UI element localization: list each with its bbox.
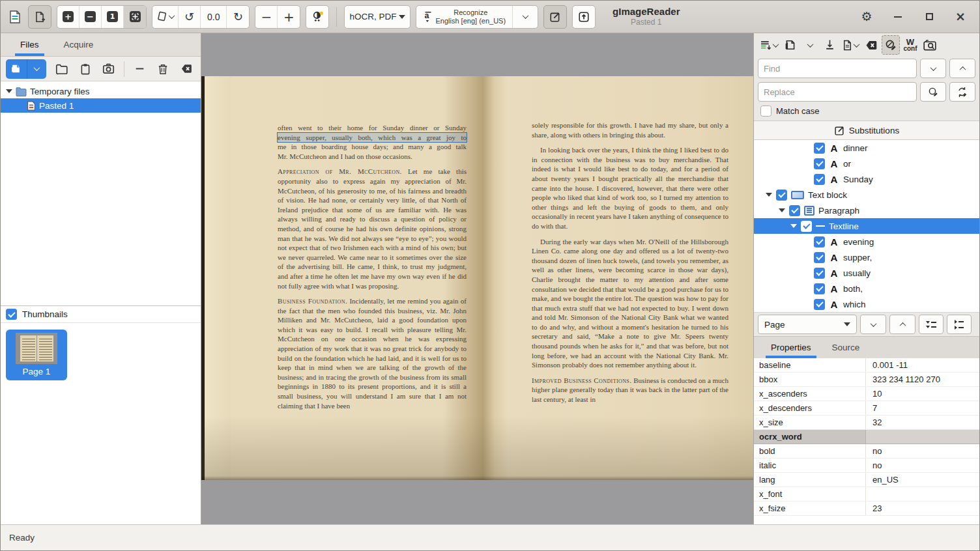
tab-source[interactable]: Source <box>823 337 869 358</box>
preview-button[interactable] <box>921 35 939 55</box>
checkbox[interactable] <box>814 283 825 294</box>
expander-icon[interactable] <box>790 224 797 228</box>
checkbox[interactable] <box>789 205 800 216</box>
rotate-mode-dropdown[interactable] <box>152 6 179 28</box>
rotate-group: ↺ 0.0 ↻ <box>152 5 250 29</box>
insert-mode-dropdown[interactable] <box>758 35 780 55</box>
add-images-dropdown[interactable] <box>27 59 46 79</box>
property-row[interactable]: x_font <box>754 487 979 502</box>
tree-item-textline[interactable]: Textline <box>754 218 979 234</box>
tab-properties[interactable]: Properties <box>762 337 820 358</box>
replace-input[interactable] <box>758 82 917 102</box>
checkbox[interactable] <box>776 190 787 201</box>
replace-all-button[interactable] <box>949 82 975 102</box>
property-row[interactable]: x_size32 <box>754 416 979 430</box>
settings-gear-button[interactable]: ⚙ <box>859 10 874 24</box>
tree-item-paragraph[interactable]: Paragraph <box>754 203 979 218</box>
image-controls-button[interactable] <box>306 5 329 29</box>
find-next-button[interactable] <box>920 59 946 78</box>
replace-button[interactable] <box>920 82 946 102</box>
property-row[interactable]: x_ascenders10 <box>754 387 979 401</box>
find-input[interactable] <box>758 59 917 78</box>
tree-item-word[interactable]: dinner <box>754 140 979 156</box>
screenshot-button[interactable] <box>100 60 117 78</box>
toggle-output-pane-button[interactable] <box>543 5 567 29</box>
checkbox[interactable] <box>814 174 825 185</box>
tree-item-text-block[interactable]: Text block <box>754 187 979 203</box>
expand-all-button[interactable] <box>947 315 972 334</box>
save-dropdown[interactable] <box>840 35 861 55</box>
tree-item-word[interactable]: supper, <box>754 249 979 265</box>
substitutions-button[interactable]: Substitutions <box>754 120 979 140</box>
open-dropdown[interactable] <box>801 35 819 55</box>
thumbnails-checkbox[interactable] <box>6 309 17 320</box>
checkbox[interactable] <box>814 268 825 279</box>
export-format-dropdown[interactable]: hOCR, PDF <box>344 5 411 29</box>
decrement-button[interactable]: − <box>255 6 278 28</box>
paste-button[interactable] <box>76 60 93 78</box>
target-select[interactable]: Page <box>758 315 857 334</box>
tree-item-word[interactable]: usually <box>754 265 979 281</box>
checkbox[interactable] <box>814 143 825 154</box>
match-case-checkbox[interactable] <box>760 106 771 117</box>
thumbnail-page-1[interactable]: Page 1 <box>6 330 67 380</box>
close-button[interactable]: × <box>953 10 968 24</box>
property-row[interactable]: bbox323 234 1120 270 <box>754 373 979 387</box>
tree-item-word[interactable]: Sunday <box>754 171 979 187</box>
checkbox[interactable] <box>814 236 825 247</box>
add-page-button[interactable] <box>28 5 51 29</box>
increment-button[interactable]: + <box>278 6 300 28</box>
scanned-book-image[interactable]: often went to their home for Sunday dinn… <box>201 76 753 480</box>
property-row[interactable]: x_fsize23 <box>754 502 979 516</box>
recognize-language-dropdown[interactable] <box>513 6 538 28</box>
tree-item-pasted-1[interactable]: Pasted 1 <box>1 98 201 113</box>
checkbox[interactable] <box>814 252 825 263</box>
selected-textline-box[interactable]: evening supper, usually both, which was … <box>278 133 467 143</box>
property-row[interactable]: x_descenders7 <box>754 401 979 416</box>
navigation-row: Page <box>754 312 979 336</box>
maximize-button[interactable] <box>922 10 936 24</box>
collapse-all-button[interactable] <box>919 315 944 334</box>
zoom-out-button[interactable] <box>79 6 102 28</box>
word-confidence-toggle[interactable]: W conf <box>901 35 919 55</box>
rotation-value[interactable]: 0.0 <box>201 6 227 28</box>
tree-item-word[interactable]: evening <box>754 234 979 249</box>
import-button[interactable] <box>820 35 839 55</box>
find-replace-toggle[interactable] <box>882 35 900 55</box>
minimize-button[interactable] <box>891 10 905 24</box>
property-row[interactable]: langen_US <box>754 473 979 487</box>
zoom-original-button[interactable] <box>102 6 124 28</box>
tree-item-word[interactable]: which <box>754 296 979 312</box>
open-hocr-button[interactable] <box>781 35 800 55</box>
property-row[interactable]: baseline0.001 -11 <box>754 358 979 373</box>
delete-source-button[interactable] <box>154 60 171 78</box>
tree-item-word[interactable]: or <box>754 156 979 171</box>
zoom-in-button[interactable] <box>57 6 79 28</box>
tree-item-word[interactable]: both, <box>754 281 979 296</box>
checkbox[interactable] <box>814 299 825 310</box>
previous-item-button[interactable] <box>889 315 915 334</box>
image-canvas[interactable]: often went to their home for Sunday dinn… <box>201 33 753 524</box>
clear-output-button[interactable] <box>862 35 880 55</box>
tab-files[interactable]: Files <box>10 33 50 56</box>
checkbox[interactable] <box>801 221 812 232</box>
clear-sources-button[interactable] <box>179 60 195 78</box>
expander-icon[interactable] <box>779 208 785 212</box>
zoom-fit-button[interactable] <box>124 6 146 28</box>
find-previous-button[interactable] <box>949 59 975 78</box>
open-folder-button[interactable] <box>53 60 70 78</box>
rotate-left-button[interactable]: ↺ <box>179 6 201 28</box>
rotate-right-button[interactable]: ↻ <box>227 6 249 28</box>
tab-acquire[interactable]: Acquire <box>53 33 104 56</box>
add-images-button[interactable] <box>6 59 27 79</box>
recognize-button[interactable]: a Recognize English [eng] (en_US) <box>416 6 513 28</box>
tree-item-temporary-files[interactable]: Temporary files <box>1 84 201 98</box>
next-item-button[interactable] <box>860 315 886 334</box>
property-row[interactable]: boldno <box>754 444 979 459</box>
remove-source-button[interactable] <box>131 60 148 78</box>
checkbox[interactable] <box>814 158 825 169</box>
open-output-button[interactable] <box>572 5 596 29</box>
expander-icon[interactable] <box>6 89 12 93</box>
expander-icon[interactable] <box>766 193 772 197</box>
property-row[interactable]: italicno <box>754 459 979 473</box>
